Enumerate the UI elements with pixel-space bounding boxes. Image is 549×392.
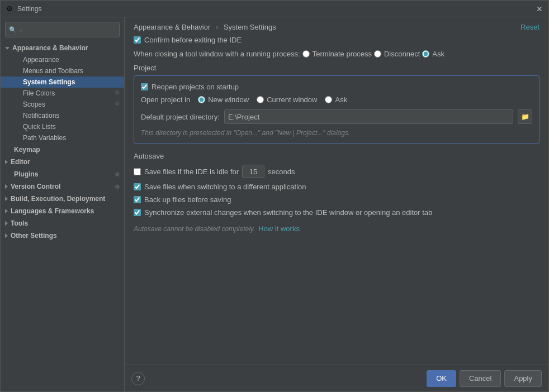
sidebar-group-tools: Tools — [1, 217, 124, 230]
ask-project-radio[interactable] — [325, 96, 332, 103]
content-body: Confirm before exiting the IDE When clos… — [125, 36, 548, 365]
sidebar-group-plugins: Plugins ⚙ — [1, 168, 124, 180]
open-project-prefix: Open project in — [141, 95, 190, 104]
idle-save-checkbox[interactable] — [134, 168, 141, 175]
sidebar-group-header-editor[interactable]: Editor — [1, 156, 124, 168]
confirm-exit-label: Confirm before exiting the IDE — [144, 36, 242, 44]
sidebar-group-header-build[interactable]: Build, Execution, Deployment — [1, 193, 124, 205]
idle-save-suffix: seconds — [268, 168, 295, 176]
confirm-exit-checkbox[interactable] — [134, 36, 141, 44]
new-window-option[interactable]: New window — [198, 95, 249, 104]
sidebar-group-version-control: Version Control ⚙ — [1, 180, 124, 193]
bottom-buttons: OK Cancel Apply — [427, 370, 542, 387]
default-dir-row: Default project directory: 📁 — [141, 109, 532, 124]
sidebar-item-notifications[interactable]: Notifications — [1, 110, 124, 121]
sidebar-item-quick-lists[interactable]: Quick Lists — [1, 121, 124, 132]
confirm-exit-checkbox-label[interactable]: Confirm before exiting the IDE — [134, 36, 242, 44]
sidebar-group-header-keymap[interactable]: Keymap — [1, 144, 124, 156]
idle-seconds-input[interactable] — [242, 165, 264, 178]
sidebar-item-system-settings[interactable]: System Settings — [1, 77, 124, 88]
help-button[interactable]: ? — [131, 372, 145, 385]
sidebar-item-path-variables[interactable]: Path Variables — [1, 132, 124, 144]
ask-label: Ask — [432, 50, 444, 58]
chevron-right-icon — [5, 160, 8, 164]
content-area: Appearance & Behavior › System Settings … — [125, 17, 548, 391]
reopen-checkbox[interactable] — [141, 83, 148, 90]
chevron-down-icon — [5, 47, 10, 50]
search-icon: 🔍 — [9, 26, 17, 34]
sidebar-group-label-tools: Tools — [11, 219, 28, 227]
tool-window-prefix: When closing a tool window with a runnin… — [134, 50, 300, 58]
new-window-radio[interactable] — [198, 96, 205, 103]
current-window-radio[interactable] — [257, 96, 264, 103]
idle-save-checkbox-label[interactable]: Save files if the IDE is idle for — [134, 168, 239, 176]
cancel-button[interactable]: Cancel — [460, 370, 501, 387]
sidebar-item-file-colors[interactable]: File Colors ⚙ — [1, 88, 124, 99]
apply-button[interactable]: Apply — [504, 370, 542, 387]
backup-checkbox[interactable] — [134, 196, 141, 203]
title-bar: ⚙ Settings ✕ — [1, 1, 548, 17]
sidebar: 🔍 ⌕ Appearance & Behavior Appearance Men… — [1, 17, 125, 391]
sidebar-group-label-other: Other Settings — [11, 232, 57, 240]
breadcrumb-parent: Appearance & Behavior — [134, 23, 210, 31]
ask-option[interactable]: Ask — [422, 50, 444, 58]
current-window-option[interactable]: Current window — [257, 95, 317, 104]
idle-save-row: Save files if the IDE is idle for second… — [134, 165, 539, 178]
open-project-row: Open project in New window Current windo… — [141, 95, 532, 104]
terminate-radio[interactable] — [302, 50, 310, 58]
content-header: Appearance & Behavior › System Settings … — [125, 17, 548, 36]
switch-app-checkbox[interactable] — [134, 183, 141, 190]
window-title: Settings — [17, 5, 535, 13]
ask-radio[interactable] — [422, 50, 429, 58]
ok-button[interactable]: OK — [427, 370, 456, 387]
reopen-row: Reopen projects on startup — [141, 83, 532, 91]
sidebar-group-label-build: Build, Execution, Deployment — [11, 195, 105, 203]
sync-checkbox[interactable] — [134, 209, 141, 216]
browse-dir-button[interactable]: 📁 — [518, 109, 532, 124]
sidebar-item-menus-toolbars[interactable]: Menus and Toolbars — [1, 65, 124, 77]
breadcrumb: Appearance & Behavior › System Settings — [134, 23, 276, 31]
backup-label: Back up files before saving — [144, 195, 231, 204]
default-dir-label: Default project directory: — [141, 113, 220, 121]
dir-hint: This directory is preselected in "Open..… — [141, 128, 532, 137]
current-window-label: Current window — [267, 95, 317, 104]
sidebar-group-header-version-control[interactable]: Version Control ⚙ — [1, 180, 124, 193]
sidebar-group-header-other[interactable]: Other Settings — [1, 230, 124, 242]
switch-app-row: Save files when switching to a different… — [134, 183, 539, 191]
default-dir-input[interactable] — [224, 109, 513, 124]
backup-row: Back up files before saving — [134, 195, 539, 204]
switch-app-checkbox-label[interactable]: Save files when switching to a different… — [134, 183, 306, 191]
backup-checkbox-label[interactable]: Back up files before saving — [134, 195, 231, 204]
how-it-works-link[interactable]: How it works — [258, 224, 300, 233]
search-placeholder: ⌕ — [19, 26, 23, 34]
disconnect-option[interactable]: Disconnect — [374, 50, 420, 58]
sidebar-group-label-appearance-behavior: Appearance & Behavior — [12, 44, 88, 52]
sidebar-group-header-tools[interactable]: Tools — [1, 217, 124, 230]
sync-checkbox-label[interactable]: Synchronize external changes when switch… — [134, 208, 432, 217]
reopen-checkbox-label[interactable]: Reopen projects on startup — [141, 83, 532, 91]
sidebar-group-editor: Editor — [1, 156, 124, 168]
project-section-title: Project — [134, 64, 539, 72]
sidebar-item-scopes[interactable]: Scopes ⚙ — [1, 99, 124, 110]
ask-project-option[interactable]: Ask — [325, 95, 347, 104]
disconnect-radio[interactable] — [374, 50, 381, 58]
chevron-right-icon-vc — [5, 184, 8, 189]
chevron-right-icon-tools — [5, 221, 8, 226]
close-button[interactable]: ✕ — [535, 4, 544, 13]
reset-button[interactable]: Reset — [520, 23, 539, 31]
window-icon: ⚙ — [5, 4, 14, 13]
idle-save-prefix: Save files if the IDE is idle for — [144, 168, 239, 176]
chevron-right-icon-other — [5, 233, 8, 238]
sidebar-item-appearance[interactable]: Appearance — [1, 54, 124, 65]
sidebar-group-label-keymap: Keymap — [14, 146, 40, 154]
sidebar-group-label-plugins: Plugins — [14, 170, 38, 178]
main-content: 🔍 ⌕ Appearance & Behavior Appearance Men… — [1, 17, 548, 391]
sidebar-group-label-version-control: Version Control — [11, 183, 60, 190]
sidebar-group-header-languages[interactable]: Languages & Frameworks — [1, 205, 124, 217]
sync-label: Synchronize external changes when switch… — [144, 208, 432, 217]
sidebar-group-header-appearance-behavior[interactable]: Appearance & Behavior — [1, 42, 124, 54]
sidebar-group-header-plugins[interactable]: Plugins ⚙ — [1, 168, 124, 180]
terminate-option[interactable]: Terminate process — [302, 50, 372, 58]
search-box[interactable]: 🔍 ⌕ — [5, 22, 120, 37]
folder-icon: 📁 — [521, 113, 529, 121]
